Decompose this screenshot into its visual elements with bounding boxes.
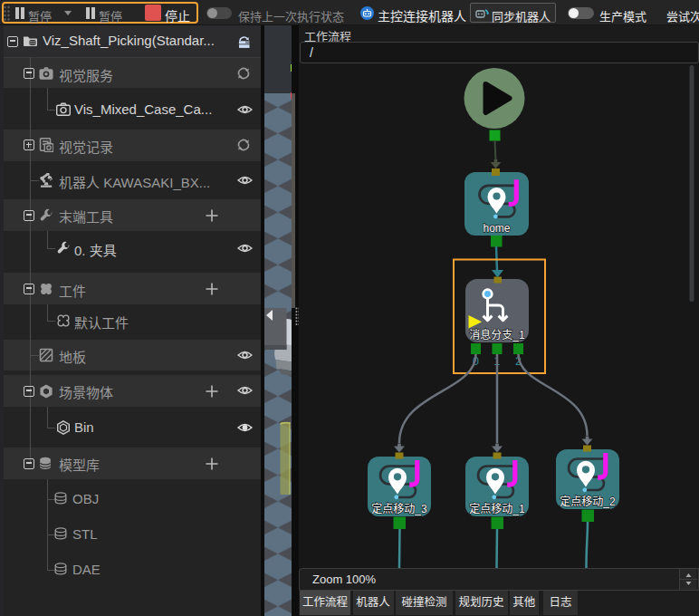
svg-text:home: home	[483, 222, 510, 235]
svg-text:定点移动_3: 定点移动_3	[371, 502, 427, 515]
svg-text:定点移动_2: 定点移动_2	[560, 495, 616, 508]
svg-text:消息分支_1: 消息分支_1	[469, 328, 525, 342]
svg-text:定点移动_1: 定点移动_1	[469, 502, 525, 515]
